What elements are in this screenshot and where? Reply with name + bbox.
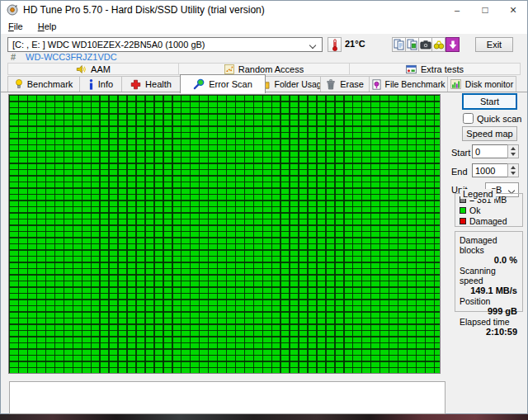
copy-image-icon [407,39,417,50]
tab-folder-usage[interactable]: Folder Usage [265,76,321,92]
tab-benchmark-label: Benchmark [27,79,73,89]
tab-info[interactable]: Info [79,76,122,92]
temperature-value: 21°C [345,39,365,49]
chevron-down-icon [309,42,316,49]
extra-tests-icon [406,64,417,74]
copy-text-button[interactable] [392,37,406,52]
quick-scan-label: Quick scan [477,114,521,124]
error-scan-panel: Start Quick scan Speed map Start End Uni… [1,92,527,413]
stepper-up-icon[interactable] [508,164,518,171]
scan-log-box [9,381,446,414]
tab-extra-tests-label: Extra tests [421,64,464,74]
position-value: 999 gB [460,306,517,316]
quick-scan-checkbox[interactable] [463,113,474,124]
start-scan-button[interactable]: Start [462,93,517,110]
health-cross-icon [130,79,141,90]
stepper-down-icon[interactable] [508,152,518,158]
title-bar: HD Tune Pro 5.70 - Hard Disk/SSD Utility… [1,1,527,19]
menu-bar: File Help [1,19,527,35]
view-button[interactable] [431,37,446,52]
tab-aam-label: AAM [91,64,111,74]
quick-scan-option[interactable]: Quick scan [463,113,521,124]
menu-file[interactable]: File [1,20,31,33]
benchmark-icon [15,78,23,90]
tab-random-access-label: Random Access [238,64,304,74]
end-position-input[interactable] [472,163,509,177]
legend-group: Legend = 381 MB Ok Damaged [455,193,523,227]
info-icon [88,79,94,90]
tab-health-label: Health [145,79,172,89]
app-window: HD Tune Pro 5.70 - Hard Disk/SSD Utility… [0,0,528,414]
damaged-blocks-label: Damaged blocks [460,235,518,255]
legend-item-label: Ok [469,205,480,215]
speed-map-button[interactable]: Speed map [462,126,517,141]
tab-file-benchmark-label: File Benchmark [385,79,446,89]
scan-map-grid [8,94,441,374]
speaker-icon [76,64,87,74]
start-position-input[interactable] [472,144,509,158]
legend-title: Legend [460,189,496,199]
scanning-speed-value: 149.1 MB/s [460,286,517,295]
position-label: Position [460,296,518,306]
tab-error-scan-label: Error Scan [209,79,252,89]
elapsed-time-value: 2:10:59 [460,327,517,337]
bar-chart-icon [450,79,461,89]
copy-icon [394,39,404,50]
serial-row: # WD-WCC3FRJZ1VDC [1,52,527,63]
random-access-icon [224,64,234,74]
thermometer-icon [332,39,338,51]
drive-selector[interactable]: [C: , E: ] WDC WD10EZEX-22BN5A0 (1000 gB… [7,37,323,52]
utility-tab-row: AAM Random Access Extra tests [7,63,522,75]
legend-item-damaged: Damaged [460,216,522,226]
serial-number: WD-WCC3FRJZ1VDC [26,52,117,62]
elapsed-time-label: Elapsed time [460,317,518,327]
legend-item-ok: Ok [460,205,522,215]
end-field-label: End [451,167,468,177]
tab-aam[interactable]: AAM [7,63,179,75]
temperature-button[interactable] [328,37,342,52]
start-position-stepper[interactable] [507,144,519,158]
window-title: HD Tune Pro 5.70 - Hard Disk/SSD Utility… [23,4,265,16]
speed-map-button-label: Speed map [466,129,512,139]
tab-extra-tests[interactable]: Extra tests [349,63,521,75]
binoculars-icon [433,40,445,50]
menu-help[interactable]: Help [31,20,64,33]
tab-health[interactable]: Health [121,76,181,92]
drive-selector-value: [C: , E: ] WDC WD10EZEX-22BN5A0 (1000 gB… [12,40,205,50]
camera-icon [420,40,431,50]
tab-folder-usage-label: Folder Usage [274,79,321,89]
damaged-blocks-value: 0.0 % [460,255,517,265]
file-benchmark-icon [372,79,381,90]
tab-erase[interactable]: Erase [320,76,370,92]
tab-disk-monitor[interactable]: Disk monitor [447,76,516,92]
close-button[interactable]: × [499,1,527,19]
end-position-stepper[interactable] [507,163,519,177]
tab-file-benchmark[interactable]: File Benchmark [369,76,448,92]
stepper-down-icon[interactable] [508,171,518,177]
stepper-up-icon[interactable] [508,145,518,152]
screenshot-button[interactable] [418,37,432,52]
app-icon [7,4,18,16]
maximize-button[interactable]: □ [471,1,499,19]
exit-button[interactable]: Exit [475,37,513,52]
download-button[interactable] [446,37,460,52]
start-scan-button-label: Start [480,97,499,106]
scan-status-group: Damaged blocks 0.0 % Scanning speed 149.… [455,231,523,312]
legend-item-label: Damaged [469,216,507,226]
tab-random-access[interactable]: Random Access [178,63,350,75]
tab-benchmark[interactable]: Benchmark [7,76,80,92]
error-scan-magnifier-icon [193,78,205,90]
ok-swatch [460,207,466,214]
tab-info-label: Info [98,79,113,89]
exit-button-label: Exit [487,40,502,50]
start-field-label: Start [451,148,470,158]
damaged-swatch [460,218,466,224]
copy-image-button[interactable] [405,37,419,52]
tab-disk-monitor-label: Disk monitor [465,79,513,89]
minimize-button[interactable]: – [443,1,471,19]
scanning-speed-label: Scanning speed [460,266,518,286]
tab-error-scan[interactable]: Error Scan [180,74,266,93]
trash-icon [326,79,336,90]
main-tab-row: Benchmark Info Health Error Scan Folder … [7,74,522,92]
desktop-background-strip [0,414,528,420]
